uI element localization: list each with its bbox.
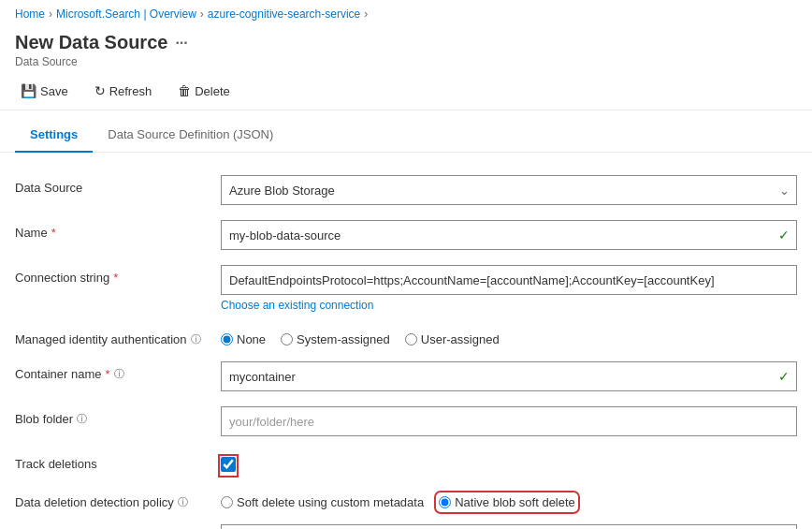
blob-folder-input[interactable] <box>221 406 797 436</box>
breadcrumb-service[interactable]: azure-cognitive-search-service <box>208 7 360 21</box>
connection-string-row: Connection string * Choose an existing c… <box>15 257 797 319</box>
track-deletions-checkbox[interactable] <box>221 457 236 472</box>
blob-folder-info-icon[interactable]: ⓘ <box>77 412 87 426</box>
choose-connection-link[interactable]: Choose an existing connection <box>221 299 797 312</box>
name-row: Name * ✓ <box>15 213 797 257</box>
connection-string-input[interactable] <box>221 265 797 295</box>
managed-identity-control: None System-assigned User-assigned <box>221 327 797 346</box>
page-title: New Data Source <box>15 32 167 53</box>
breadcrumb-home[interactable]: Home <box>15 7 45 21</box>
track-deletions-highlight <box>221 457 236 475</box>
track-deletions-control <box>221 451 797 475</box>
name-required: * <box>51 226 56 240</box>
delete-button[interactable]: 🗑 Delete <box>172 80 236 102</box>
breadcrumb-search[interactable]: Microsoft.Search | Overview <box>56 7 196 21</box>
native-soft-delete-option[interactable]: Native blob soft delete <box>439 495 575 509</box>
page-subtitle: Data Source <box>15 55 797 68</box>
tab-json[interactable]: Data Source Definition (JSON) <box>93 118 288 153</box>
managed-identity-user[interactable]: User-assigned <box>405 332 500 346</box>
data-source-row: Data Source Azure Blob Storage ⌄ <box>15 168 797 213</box>
delete-icon: 🗑 <box>178 83 191 98</box>
tabs: Settings Data Source Definition (JSON) <box>0 118 812 153</box>
blob-folder-control <box>221 406 797 436</box>
page-header: New Data Source ··· Data Source <box>0 28 812 72</box>
description-control <box>221 524 797 529</box>
deletion-policy-control: Soft delete using custom metadata Native… <box>221 490 797 509</box>
name-check-icon: ✓ <box>778 228 790 242</box>
breadcrumb: Home › Microsoft.Search | Overview › azu… <box>0 0 812 28</box>
data-source-control: Azure Blob Storage ⌄ <box>221 175 797 205</box>
managed-identity-row: Managed identity authentication ⓘ None S… <box>15 319 797 354</box>
managed-identity-system[interactable]: System-assigned <box>281 332 390 346</box>
native-soft-delete-radio[interactable] <box>439 496 451 508</box>
deletion-policy-row: Data deletion detection policy ⓘ Soft de… <box>15 482 797 517</box>
tab-settings[interactable]: Settings <box>15 118 93 153</box>
deletion-policy-info-icon[interactable]: ⓘ <box>178 495 188 509</box>
managed-identity-none[interactable]: None <box>221 332 266 346</box>
name-input[interactable] <box>221 220 797 250</box>
name-control: ✓ <box>221 220 797 250</box>
container-check-icon: ✓ <box>778 369 790 384</box>
container-name-control: ✓ <box>221 361 797 391</box>
track-deletions-row: Track deletions <box>15 444 797 482</box>
blob-folder-row: Blob folder ⓘ <box>15 399 797 444</box>
managed-identity-info-icon[interactable]: ⓘ <box>191 332 201 346</box>
toolbar: 💾 Save ↻ Refresh 🗑 Delete <box>0 72 812 110</box>
description-row: Description <box>15 517 797 529</box>
form: Data Source Azure Blob Storage ⌄ Name * … <box>0 153 812 529</box>
connection-required: * <box>113 271 118 285</box>
connection-string-control: Choose an existing connection <box>221 265 797 312</box>
save-button[interactable]: 💾 Save <box>15 80 74 102</box>
refresh-icon: ↻ <box>94 83 106 98</box>
container-name-input[interactable] <box>221 361 797 391</box>
soft-delete-radio[interactable] <box>221 496 233 508</box>
container-info-icon[interactable]: ⓘ <box>114 367 124 381</box>
description-textarea[interactable] <box>221 524 797 529</box>
refresh-button[interactable]: ↻ Refresh <box>89 80 158 102</box>
container-required: * <box>106 367 110 381</box>
save-icon: 💾 <box>21 83 36 98</box>
ellipsis-menu-button[interactable]: ··· <box>175 35 187 51</box>
container-name-row: Container name * ⓘ ✓ <box>15 354 797 399</box>
soft-delete-option[interactable]: Soft delete using custom metadata <box>221 495 424 509</box>
data-source-select[interactable]: Azure Blob Storage <box>221 175 797 205</box>
